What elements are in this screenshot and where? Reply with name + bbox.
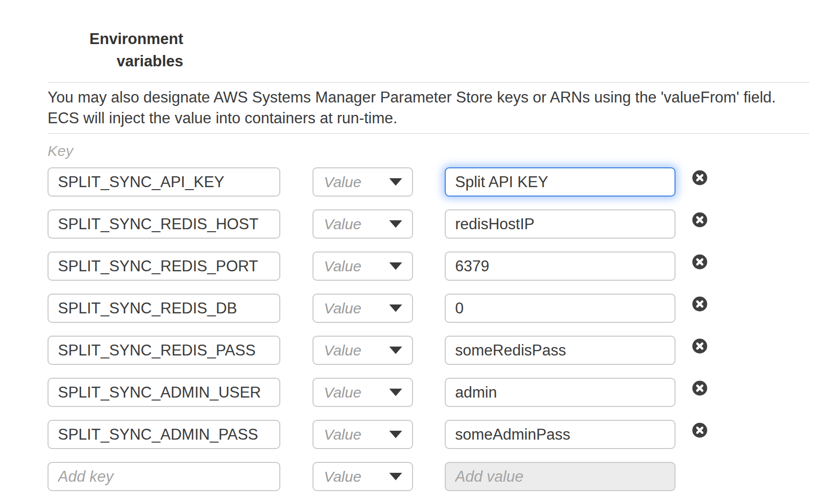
value-input[interactable] xyxy=(445,336,675,365)
chevron-down-icon xyxy=(389,220,402,228)
env-var-row: Value xyxy=(48,252,809,281)
add-env-var-row: Value xyxy=(48,462,809,491)
close-icon xyxy=(692,212,707,227)
key-column-header: Key xyxy=(48,142,809,160)
value-type-select[interactable]: Value xyxy=(312,336,413,365)
remove-row-button[interactable] xyxy=(692,381,707,396)
value-type-select[interactable]: Value xyxy=(312,167,413,197)
close-icon xyxy=(692,170,707,185)
chevron-down-icon xyxy=(389,262,402,270)
environment-variables-label: Environment variables xyxy=(64,28,183,72)
add-value-input[interactable] xyxy=(445,462,675,491)
key-input[interactable] xyxy=(48,336,280,365)
value-type-select-label: Value xyxy=(324,342,362,359)
env-var-row: Value xyxy=(48,167,809,197)
remove-row-button[interactable] xyxy=(692,297,707,311)
value-type-select[interactable]: Value xyxy=(312,420,413,449)
divider-top xyxy=(48,82,809,83)
close-icon xyxy=(692,254,707,269)
value-input[interactable] xyxy=(445,252,675,281)
form-content: You may also designate AWS Systems Manag… xyxy=(48,82,809,504)
value-type-select-label: Value xyxy=(324,216,362,233)
key-input[interactable] xyxy=(48,209,280,239)
chevron-down-icon xyxy=(389,178,402,186)
key-input[interactable] xyxy=(48,167,280,197)
value-type-select-label: Value xyxy=(324,174,362,191)
value-type-select-label: Value xyxy=(324,468,362,485)
key-input[interactable] xyxy=(48,294,280,323)
value-input[interactable] xyxy=(445,294,675,323)
value-type-select-label: Value xyxy=(324,300,362,317)
chevron-down-icon xyxy=(389,389,402,396)
value-type-select[interactable]: Value xyxy=(312,209,413,239)
chevron-down-icon xyxy=(389,347,402,354)
key-input[interactable] xyxy=(48,252,280,281)
value-input[interactable] xyxy=(445,167,675,197)
remove-row-button[interactable] xyxy=(692,254,707,269)
value-type-select-label: Value xyxy=(324,258,362,275)
value-type-select-label: Value xyxy=(324,426,362,443)
env-var-row: Value xyxy=(48,294,809,323)
parameter-store-help-text: You may also designate AWS Systems Manag… xyxy=(48,87,809,129)
chevron-down-icon xyxy=(389,431,402,438)
remove-row-button[interactable] xyxy=(692,212,707,227)
env-var-row: Value xyxy=(48,336,809,365)
env-var-row: Value xyxy=(48,420,809,449)
remove-row-button[interactable] xyxy=(692,423,707,438)
chevron-down-icon xyxy=(389,304,402,312)
environment-variables-form: Environment variables You may also desig… xyxy=(0,0,831,504)
chevron-down-icon xyxy=(389,473,402,480)
value-input[interactable] xyxy=(445,378,675,407)
close-icon xyxy=(692,339,707,353)
value-type-select[interactable]: Value xyxy=(312,462,413,491)
close-icon xyxy=(692,423,707,438)
env-var-row: Value xyxy=(48,209,809,239)
add-key-input[interactable] xyxy=(48,462,280,491)
value-type-select[interactable]: Value xyxy=(312,294,413,323)
key-input[interactable] xyxy=(48,378,280,407)
value-input[interactable] xyxy=(445,420,675,449)
value-type-select-label: Value xyxy=(324,384,362,401)
value-input[interactable] xyxy=(445,209,675,239)
value-type-select[interactable]: Value xyxy=(312,252,413,281)
divider-middle xyxy=(48,133,809,134)
remove-row-button[interactable] xyxy=(692,339,707,353)
env-var-rows: Value Value Value xyxy=(48,167,809,491)
env-var-row: Value xyxy=(48,378,809,407)
close-icon xyxy=(692,297,707,311)
value-type-select[interactable]: Value xyxy=(312,378,413,407)
close-icon xyxy=(692,381,707,396)
remove-row-button[interactable] xyxy=(692,170,707,185)
key-input[interactable] xyxy=(48,420,280,449)
